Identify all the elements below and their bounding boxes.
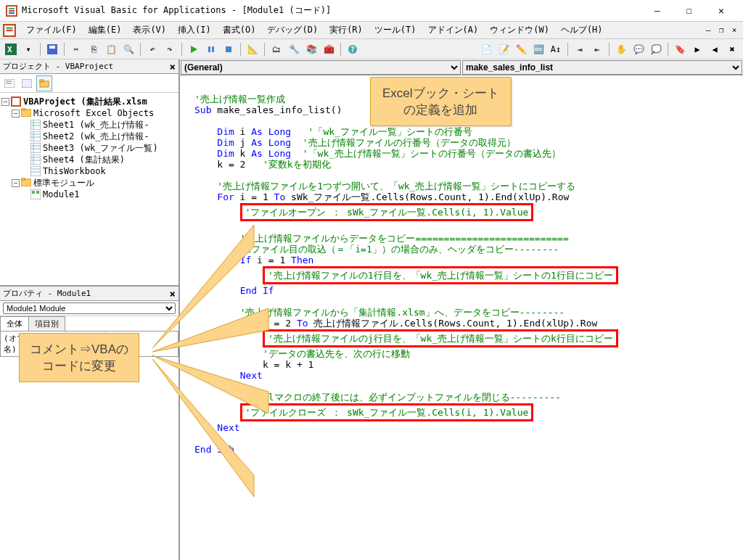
svg-rect-33 <box>30 131 41 141</box>
svg-rect-28 <box>21 108 25 110</box>
project-pane-header: プロジェクト - VBAProject × <box>0 59 178 74</box>
collapse-icon[interactable]: – <box>1 98 9 106</box>
properties-tab-all[interactable]: 全体 <box>0 316 29 331</box>
menu-insert[interactable]: 挿入(I) <box>172 22 217 38</box>
design-mode-icon[interactable]: 📐 <box>245 41 260 57</box>
menu-run[interactable]: 実行(R) <box>324 22 369 38</box>
collapse-icon[interactable]: – <box>12 110 20 118</box>
close-button[interactable]: ✕ <box>705 1 737 21</box>
menu-help[interactable]: ヘルプ(H) <box>555 22 609 38</box>
tree-module[interactable]: Module1 <box>1 189 177 200</box>
copy-icon[interactable]: ⎘ <box>86 41 102 57</box>
menu-view[interactable]: 表示(V) <box>127 22 172 38</box>
tree-sheet[interactable]: Sheet3 (wk_ファイル一覧) <box>1 142 177 154</box>
prev-bookmark-icon[interactable]: ◀ <box>707 41 723 57</box>
properties-pane-close[interactable]: × <box>170 288 176 300</box>
svg-rect-8 <box>7 29 13 30</box>
project-explorer-icon[interactable]: 🗂 <box>268 41 284 57</box>
paste-icon[interactable]: 📋 <box>103 41 119 57</box>
properties-pane-title: プロパティ - Module1 <box>3 288 91 299</box>
minimize-button[interactable]: — <box>641 1 673 21</box>
menu-window[interactable]: ウィンドウ(W) <box>484 22 555 38</box>
tb-icon-1[interactable]: 📄 <box>478 41 494 57</box>
object-browser-icon[interactable]: 📚 <box>303 41 319 57</box>
mdi-minimize[interactable]: – <box>702 25 714 36</box>
toggle-folders-icon[interactable] <box>36 75 52 91</box>
mdi-close[interactable]: × <box>728 25 740 36</box>
svg-rect-3 <box>9 10 15 12</box>
menu-addin[interactable]: アドイン(A) <box>422 22 485 38</box>
view-code-icon[interactable] <box>1 75 17 91</box>
reset-icon[interactable] <box>221 41 237 57</box>
project-tree[interactable]: – VBAProject (集計結果.xlsm – Microsoft Exce… <box>0 93 178 285</box>
menu-tools[interactable]: ツール(T) <box>369 22 422 38</box>
tree-root[interactable]: – VBAProject (集計結果.xlsm <box>1 96 177 107</box>
tree-sheet[interactable]: Sheet4 (集計結果) <box>1 154 177 165</box>
clear-bookmark-icon[interactable]: ✖ <box>724 41 740 57</box>
tb-icon-4[interactable]: 🔤 <box>530 41 546 57</box>
code-body[interactable]: '売上げ情報一覧作成 Sub make_sales_info_list() Di… <box>180 75 743 560</box>
menu-file[interactable]: ファイル(F) <box>20 22 83 38</box>
properties-pane-header: プロパティ - Module1 × <box>0 287 178 301</box>
svg-rect-2 <box>9 8 15 9</box>
run-icon[interactable] <box>186 41 202 57</box>
cut-icon[interactable]: ✂ <box>68 41 84 57</box>
redo-icon[interactable]: ↷ <box>162 41 178 57</box>
callout-left: コメント⇒VBAの コードに変更 <box>19 333 139 382</box>
menu-debug[interactable]: デバッグ(D) <box>261 22 324 38</box>
outdent-icon[interactable]: ⇤ <box>589 41 605 57</box>
bookmark-icon[interactable]: 🔖 <box>672 41 688 57</box>
svg-rect-37 <box>30 143 41 153</box>
svg-text:X: X <box>7 45 12 54</box>
tree-sheet[interactable]: Sheet2 (wk_売上げ情報- <box>1 131 177 142</box>
sheet-icon <box>30 143 41 153</box>
highlight-box: 'ファイルオープン ： sWk_ファイル一覧.Cells(i, 1).Value <box>240 203 534 221</box>
workbook-icon <box>30 166 41 176</box>
toolbar: X ▾ ✂ ⎘ 📋 🔍 ↶ ↷ 📐 🗂 🔧 📚 🧰 ? 📄 📝 ✏️ 🔤 A↕ … <box>0 39 743 59</box>
svg-rect-45 <box>30 166 41 176</box>
tree-thisworkbook[interactable]: ThisWorkbook <box>1 165 177 177</box>
svg-rect-12 <box>49 46 55 49</box>
dropdown-icon[interactable]: ▾ <box>20 41 36 57</box>
maximize-button[interactable]: ☐ <box>673 1 705 21</box>
svg-rect-41 <box>30 155 41 165</box>
help-icon[interactable]: ? <box>345 41 361 57</box>
menu-edit[interactable]: 編集(E) <box>83 22 128 38</box>
tb-icon-2[interactable]: 📝 <box>496 41 512 57</box>
indent-icon[interactable]: ⇥ <box>572 41 588 57</box>
comment-icon[interactable]: 💬 <box>631 41 646 57</box>
collapse-icon[interactable]: – <box>12 179 20 187</box>
properties-icon[interactable]: 🔧 <box>286 41 302 57</box>
project-pane-close[interactable]: × <box>170 61 176 73</box>
mdi-restore[interactable]: ❐ <box>715 25 727 36</box>
code-object-combo[interactable]: (General) <box>181 60 461 75</box>
svg-rect-51 <box>32 191 35 194</box>
code-editor[interactable]: (General) make_sales_info_list '売上げ情報一覧作… <box>180 59 743 560</box>
toolbox-icon[interactable]: 🧰 <box>321 41 337 57</box>
save-icon[interactable] <box>44 41 60 57</box>
break-icon[interactable] <box>203 41 219 57</box>
next-bookmark-icon[interactable]: ▶ <box>689 41 705 57</box>
tree-group-excel[interactable]: – Microsoft Excel Objects <box>1 107 177 119</box>
svg-rect-15 <box>212 46 214 52</box>
svg-rect-26 <box>12 98 20 105</box>
uncomment-icon[interactable]: 💭 <box>648 41 664 57</box>
titlebar: Microsoft Visual Basic for Applications … <box>0 0 743 22</box>
menu-format[interactable]: 書式(O) <box>217 22 262 38</box>
properties-object-select[interactable]: Module1 Module <box>3 302 176 314</box>
code-procedure-combo[interactable]: make_sales_info_list <box>462 60 742 75</box>
vba-app-icon <box>6 5 17 17</box>
undo-icon[interactable]: ↶ <box>144 41 160 57</box>
sheet-icon <box>30 131 41 141</box>
svg-rect-24 <box>40 80 44 82</box>
breakpoint-icon[interactable]: ✋ <box>613 41 629 57</box>
tree-group-modules[interactable]: – 標準モジュール <box>1 177 177 189</box>
tb-icon-3[interactable]: ✏️ <box>513 41 529 57</box>
svg-rect-52 <box>36 191 39 194</box>
view-object-icon[interactable] <box>19 75 35 91</box>
properties-tab-categorized[interactable]: 項目別 <box>28 316 65 331</box>
tb-icon-5[interactable]: A↕ <box>548 41 564 57</box>
tree-sheet[interactable]: Sheet1 (wk_売上げ情報- <box>1 119 177 131</box>
excel-icon[interactable]: X <box>3 41 19 57</box>
find-icon[interactable]: 🔍 <box>120 41 136 57</box>
